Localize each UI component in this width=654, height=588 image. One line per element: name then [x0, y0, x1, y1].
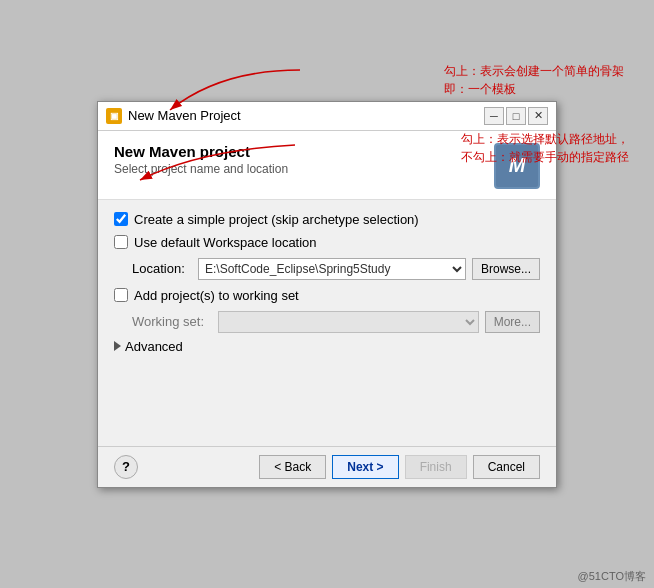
header-text: New Maven project Select project name an… — [114, 143, 288, 176]
more-button: More... — [485, 311, 540, 333]
cancel-button[interactable]: Cancel — [473, 455, 540, 479]
help-button[interactable]: ? — [114, 455, 138, 479]
location-row: Location: E:\SoftCode_Eclipse\Spring5Stu… — [132, 258, 540, 280]
dialog-header: New Maven project Select project name an… — [98, 131, 556, 200]
minimize-button[interactable]: ─ — [484, 107, 504, 125]
dialog-title: New Maven project — [114, 143, 288, 160]
create-simple-row: Create a simple project (skip archetype … — [114, 212, 540, 227]
finish-button: Finish — [405, 455, 467, 479]
use-default-workspace-label[interactable]: Use default Workspace location — [134, 235, 317, 250]
working-set-label: Working set: — [132, 314, 212, 329]
use-default-workspace-row: Use default Workspace location — [114, 235, 540, 250]
advanced-row[interactable]: Advanced — [114, 339, 540, 354]
footer-right: < Back Next > Finish Cancel — [259, 455, 540, 479]
advanced-label: Advanced — [125, 339, 183, 354]
location-select[interactable]: E:\SoftCode_Eclipse\Spring5Study — [198, 258, 466, 280]
dialog-subtitle: Select project name and location — [114, 162, 288, 176]
add-working-set-label[interactable]: Add project(s) to working set — [134, 288, 299, 303]
create-simple-checkbox[interactable] — [114, 212, 128, 226]
use-default-workspace-checkbox[interactable] — [114, 235, 128, 249]
watermark: @51CTO博客 — [578, 569, 646, 584]
title-bar: ▣ New Maven Project ─ □ ✕ — [98, 102, 556, 131]
add-working-set-row: Add project(s) to working set — [114, 288, 540, 303]
dialog-window: ▣ New Maven Project ─ □ ✕ New Maven proj… — [97, 101, 557, 488]
close-button[interactable]: ✕ — [528, 107, 548, 125]
back-button[interactable]: < Back — [259, 455, 326, 479]
maven-logo: M — [494, 143, 540, 189]
maximize-button[interactable]: □ — [506, 107, 526, 125]
annotation-1: 勾上：表示会创建一个简单的骨架 即：一个模板 — [444, 62, 624, 98]
window-controls: ─ □ ✕ — [484, 107, 548, 125]
dialog-footer: ? < Back Next > Finish Cancel — [98, 446, 556, 487]
working-set-select — [218, 311, 479, 333]
window-title: New Maven Project — [128, 108, 478, 123]
window-icon: ▣ — [106, 108, 122, 124]
browse-button[interactable]: Browse... — [472, 258, 540, 280]
next-button[interactable]: Next > — [332, 455, 398, 479]
working-set-row: Working set: More... — [132, 311, 540, 333]
add-working-set-checkbox[interactable] — [114, 288, 128, 302]
footer-left: ? — [114, 455, 138, 479]
location-label: Location: — [132, 261, 192, 276]
advanced-triangle-icon — [114, 341, 121, 351]
create-simple-label[interactable]: Create a simple project (skip archetype … — [134, 212, 419, 227]
dialog-body: Create a simple project (skip archetype … — [98, 200, 556, 446]
